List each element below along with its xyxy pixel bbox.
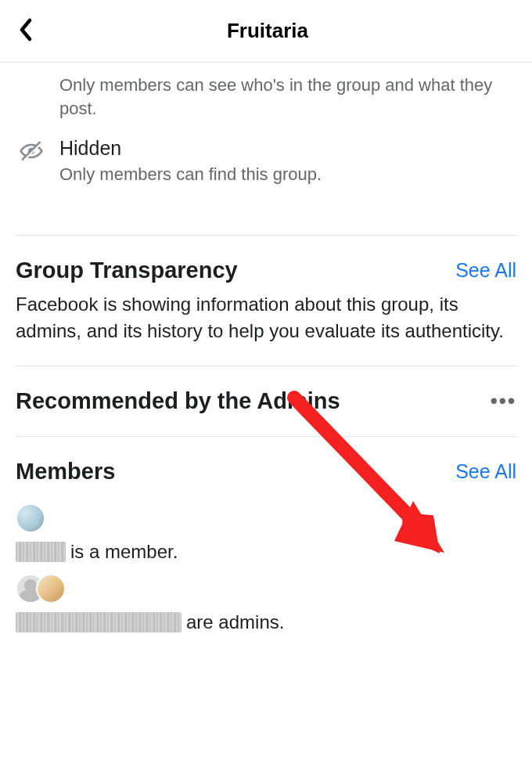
member-avatars (16, 503, 516, 533)
hidden-title: Hidden (59, 137, 516, 160)
more-button[interactable]: ••• (491, 389, 516, 413)
hidden-icon (16, 139, 47, 164)
page-title: Fruitaria (19, 19, 516, 43)
avatar[interactable] (36, 574, 66, 604)
member-row: are admins. (16, 563, 516, 633)
redacted-name (16, 542, 66, 562)
member-row: is a member. (16, 492, 516, 563)
privacy-hidden-info: Hidden Only members can find this group. (16, 123, 516, 189)
redacted-names (16, 612, 182, 632)
members-heading: Members (16, 459, 115, 485)
admin-avatars (16, 574, 516, 604)
transparency-section: Group Transparency See All Facebook is s… (16, 236, 516, 366)
members-section: Members See All is a member. are admins. (16, 437, 516, 633)
members-see-all[interactable]: See All (455, 460, 516, 483)
transparency-heading: Group Transparency (16, 258, 238, 283)
transparency-body: Facebook is showing information about th… (16, 291, 516, 366)
recommended-header: Recommended by the Admins ••• (16, 388, 516, 436)
member-text: is a member. (16, 541, 516, 563)
members-header: Members See All (16, 459, 516, 492)
recommended-heading: Recommended by the Admins (16, 388, 340, 414)
admin-suffix: are admins. (186, 611, 284, 633)
chevron-left-icon (19, 18, 33, 41)
hidden-desc: Only members can find this group. (59, 163, 516, 186)
admin-text: are admins. (16, 611, 516, 633)
member-suffix: is a member. (70, 541, 178, 563)
content: Only members can see who's in the group … (0, 63, 532, 633)
recommended-section: Recommended by the Admins ••• (16, 366, 516, 436)
avatar[interactable] (16, 503, 45, 533)
transparency-header: Group Transparency See All (16, 258, 516, 291)
transparency-see-all[interactable]: See All (455, 259, 516, 282)
back-button[interactable] (19, 18, 33, 45)
privacy-members-desc: Only members can see who's in the group … (59, 74, 516, 120)
header: Fruitaria (0, 0, 532, 63)
privacy-members-info: Only members can see who's in the group … (16, 63, 516, 123)
